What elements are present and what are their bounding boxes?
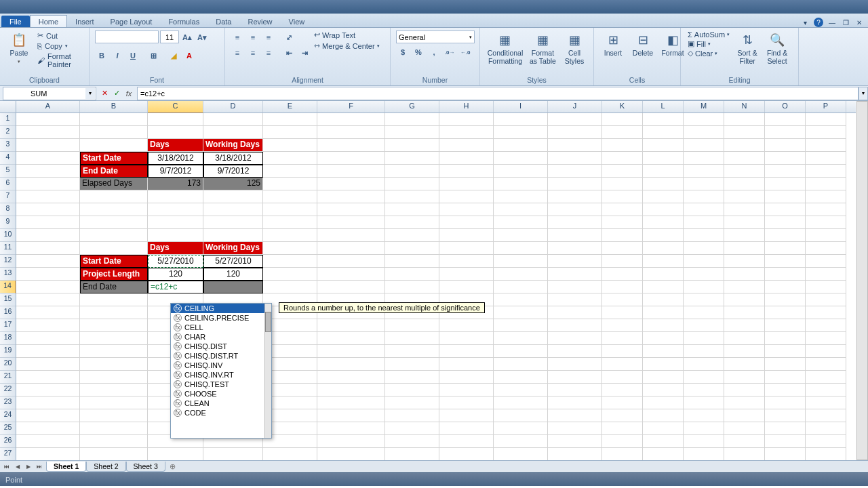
cell[interactable] <box>765 216 806 229</box>
cell[interactable] <box>765 384 806 396</box>
cell[interactable] <box>602 165 643 178</box>
cell[interactable] <box>806 216 846 229</box>
cell[interactable] <box>80 396 148 409</box>
cell[interactable] <box>724 396 765 409</box>
cell[interactable] <box>263 178 317 190</box>
cell[interactable] <box>16 268 80 281</box>
cell[interactable] <box>494 190 548 203</box>
cell[interactable] <box>765 319 806 332</box>
cell[interactable] <box>263 242 317 255</box>
cell[interactable] <box>203 448 263 461</box>
cell[interactable] <box>494 371 548 384</box>
cell[interactable] <box>16 306 80 319</box>
cell[interactable] <box>317 396 385 409</box>
cell[interactable] <box>439 268 494 281</box>
cell[interactable] <box>602 293 643 306</box>
cell[interactable] <box>385 139 439 152</box>
cell[interactable]: 125 <box>203 178 263 190</box>
fill-color-button[interactable]: ◢ <box>167 49 180 62</box>
cell[interactable] <box>16 293 80 306</box>
cell[interactable] <box>643 152 684 165</box>
cell[interactable] <box>494 332 548 345</box>
cell[interactable] <box>439 203 494 216</box>
cell[interactable] <box>806 165 846 178</box>
cell[interactable] <box>385 332 439 345</box>
cell[interactable] <box>765 332 806 345</box>
tab-data[interactable]: Data <box>208 16 239 27</box>
cell[interactable] <box>806 293 846 306</box>
cell[interactable] <box>548 422 602 435</box>
function-item[interactable]: fxCLEAN <box>171 399 271 408</box>
cell[interactable] <box>684 216 724 229</box>
cell[interactable] <box>806 190 846 203</box>
cell[interactable] <box>724 203 765 216</box>
cell[interactable] <box>385 409 439 422</box>
cell[interactable] <box>494 409 548 422</box>
cell[interactable] <box>724 190 765 203</box>
cell[interactable] <box>385 345 439 358</box>
cell[interactable] <box>602 152 643 165</box>
cell[interactable] <box>548 371 602 384</box>
cell[interactable] <box>317 371 385 384</box>
cell[interactable] <box>385 165 439 178</box>
decrease-font-icon[interactable]: A▾ <box>195 30 209 44</box>
cell[interactable] <box>263 165 317 178</box>
cell[interactable] <box>494 319 548 332</box>
cell[interactable] <box>263 216 317 229</box>
cell[interactable] <box>684 242 724 255</box>
cell[interactable] <box>548 409 602 422</box>
cell[interactable] <box>602 229 643 242</box>
row-header[interactable]: 7 <box>0 190 16 203</box>
cell[interactable] <box>385 113 439 126</box>
cell[interactable] <box>494 396 548 409</box>
cell[interactable] <box>684 384 724 396</box>
cell[interactable] <box>148 113 203 126</box>
row-header[interactable]: 4 <box>0 152 16 165</box>
cell[interactable] <box>263 139 317 152</box>
cell[interactable] <box>643 268 684 281</box>
cell[interactable] <box>16 255 80 268</box>
cell[interactable] <box>724 178 765 190</box>
cell[interactable] <box>439 396 494 409</box>
cell[interactable] <box>494 268 548 281</box>
expand-formula-icon[interactable]: ▾ <box>859 87 868 100</box>
cell[interactable] <box>806 229 846 242</box>
cell[interactable] <box>765 113 806 126</box>
function-item[interactable]: fxCHISQ.INV <box>171 361 271 370</box>
align-right-icon[interactable]: ≡ <box>262 46 275 60</box>
clear-button[interactable]: ◇Clear▾ <box>686 49 731 58</box>
align-middle-icon[interactable]: ≡ <box>246 30 260 44</box>
cell[interactable] <box>602 358 643 371</box>
cell[interactable] <box>548 216 602 229</box>
cell[interactable] <box>724 281 765 293</box>
cell[interactable] <box>494 448 548 461</box>
cell[interactable] <box>806 139 846 152</box>
cell[interactable] <box>317 332 385 345</box>
cell[interactable] <box>16 281 80 293</box>
cell[interactable] <box>765 255 806 268</box>
cell[interactable] <box>765 371 806 384</box>
cell[interactable] <box>765 422 806 435</box>
minimize-ribbon-icon[interactable]: ▾ <box>800 18 810 27</box>
cell[interactable] <box>684 126 724 139</box>
minimize-icon[interactable]: — <box>827 18 837 27</box>
cell[interactable] <box>684 139 724 152</box>
cell[interactable] <box>684 255 724 268</box>
increase-font-icon[interactable]: A▴ <box>180 30 194 44</box>
cell[interactable] <box>263 255 317 268</box>
cell[interactable]: =c12+c <box>148 281 203 293</box>
cell[interactable] <box>263 190 317 203</box>
cell[interactable] <box>806 409 846 422</box>
cell[interactable] <box>724 371 765 384</box>
cell[interactable] <box>317 435 385 448</box>
align-top-icon[interactable]: ≡ <box>231 30 244 44</box>
cell[interactable] <box>317 229 385 242</box>
cell[interactable] <box>317 409 385 422</box>
sheet-tab-3[interactable]: Sheet 3 <box>126 462 165 472</box>
cell[interactable] <box>317 113 385 126</box>
cell[interactable] <box>494 281 548 293</box>
cell[interactable] <box>439 113 494 126</box>
select-all-corner[interactable] <box>0 101 16 113</box>
cell[interactable] <box>494 229 548 242</box>
name-box[interactable]: SUM▾ <box>3 87 96 100</box>
